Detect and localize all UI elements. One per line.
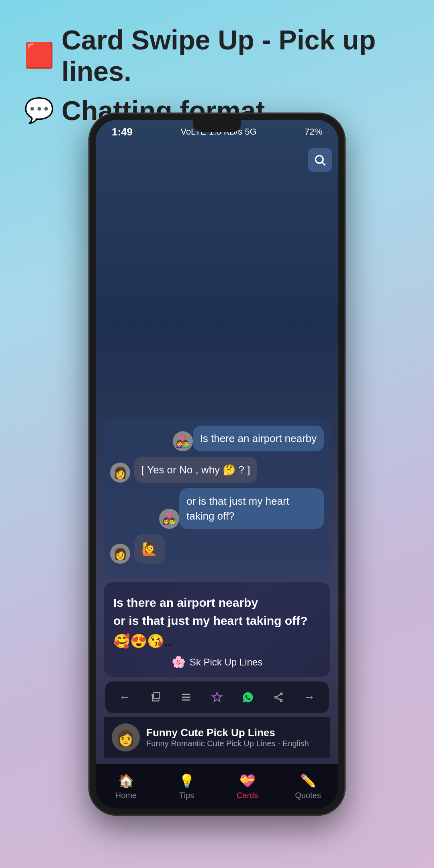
svg-marker-6 <box>212 692 221 701</box>
chat-icon: 💬 <box>24 98 54 123</box>
cards-icon: 💝 <box>240 773 256 788</box>
phone-screen: 1:49 VoLTE 1.8 KB/s 5G 72% <box>96 120 338 809</box>
svg-line-10 <box>276 694 280 697</box>
app-content: Is there an airport nearby 👩‍❤️‍👨 👩 [ Ye… <box>96 144 338 809</box>
tips-icon: 💡 <box>179 773 195 788</box>
message-row: 👩 [ Yes or No , why 🤔 ? ] <box>110 457 324 483</box>
message-bubble-2: [ Yes or No , why 🤔 ? ] <box>134 457 257 483</box>
profile-strip[interactable]: 👩 Funny Cute Pick Up Lines Funny Romanti… <box>104 717 330 758</box>
nav-item-home[interactable]: 🏠 Home <box>96 773 156 800</box>
nav-item-cards[interactable]: 💝 Cards <box>217 773 278 800</box>
svg-point-0 <box>315 156 323 163</box>
card-text: Is there an airport nearby or is that ju… <box>113 594 321 669</box>
quotes-label: Quotes <box>295 791 321 800</box>
menu-button[interactable] <box>174 687 198 707</box>
card-icon: 🟥 <box>24 43 54 68</box>
message-bubble-1: Is there an airport nearby <box>193 426 324 451</box>
message-bubble-4: 🙋 <box>134 534 165 564</box>
avatar-other: 👩 <box>110 463 130 483</box>
phone-notch <box>193 120 241 132</box>
pickup-line-text: Is there an airport nearby or is that ju… <box>113 594 321 630</box>
copy-button[interactable] <box>143 687 168 707</box>
avatar-user-2: 👩‍❤️‍👨 <box>159 509 179 529</box>
profile-description: Funny Romantic Cute Pick Up Lines - Engl… <box>146 739 322 748</box>
svg-line-11 <box>276 698 280 700</box>
source-name: Sk Pick Up Lines <box>190 657 262 668</box>
svg-point-9 <box>280 700 283 702</box>
home-icon: 🏠 <box>118 773 134 788</box>
pickup-emojis: 🥰😍😘.. <box>113 633 321 649</box>
back-button[interactable]: ← <box>113 687 137 707</box>
magic-button[interactable] <box>205 687 229 707</box>
message-row: Is there an airport nearby 👩‍❤️‍👨 <box>110 426 324 451</box>
profile-avatar: 👩 <box>112 723 140 751</box>
svg-rect-2 <box>154 692 160 698</box>
chat-area: Is there an airport nearby 👩‍❤️‍👨 👩 [ Ye… <box>96 144 338 764</box>
source-label: 🌸 Sk Pick Up Lines <box>113 655 321 669</box>
source-emoji: 🌸 <box>172 655 186 669</box>
quotes-icon: ✏️ <box>300 773 316 788</box>
nav-item-tips[interactable]: 💡 Tips <box>156 773 217 800</box>
tips-label: Tips <box>179 791 194 800</box>
forward-button[interactable]: → <box>297 687 321 707</box>
status-time: 1:49 <box>112 126 133 138</box>
message-row: 👩 🙋 <box>110 534 324 564</box>
status-battery: 72% <box>305 127 322 137</box>
search-button[interactable] <box>308 148 332 172</box>
message-bubble-3: or is that just my heart taking off? <box>179 488 324 529</box>
action-toolbar: ← <box>105 682 329 713</box>
nav-item-quotes[interactable]: ✏️ Quotes <box>278 773 338 800</box>
chat-card: Is there an airport nearby 👩‍❤️‍👨 👩 [ Ye… <box>104 418 330 577</box>
cards-label: Cards <box>237 791 258 800</box>
avatar-user: 👩‍❤️‍👨 <box>173 431 193 451</box>
header-title: Card Swipe Up - Pick up lines. <box>61 24 410 87</box>
content-card[interactable]: Is there an airport nearby or is that ju… <box>104 582 330 677</box>
avatar-other-2: 👩 <box>110 544 130 564</box>
message-row: or is that just my heart taking off? 👩‍❤… <box>110 488 324 529</box>
svg-point-8 <box>275 696 277 698</box>
search-icon <box>313 154 326 166</box>
header-line-1: 🟥 Card Swipe Up - Pick up lines. <box>24 24 410 87</box>
bottom-nav: 🏠 Home 💡 Tips 💝 Cards ✏️ Quotes <box>96 764 338 809</box>
svg-line-1 <box>322 162 325 165</box>
profile-info: Funny Cute Pick Up Lines Funny Romantic … <box>146 727 322 748</box>
whatsapp-button[interactable] <box>236 687 260 707</box>
profile-name: Funny Cute Pick Up Lines <box>146 727 322 739</box>
svg-point-7 <box>280 693 283 695</box>
share-button[interactable] <box>266 687 291 707</box>
home-label: Home <box>115 791 137 800</box>
phone-frame: 1:49 VoLTE 1.8 KB/s 5G 72% <box>88 113 346 816</box>
